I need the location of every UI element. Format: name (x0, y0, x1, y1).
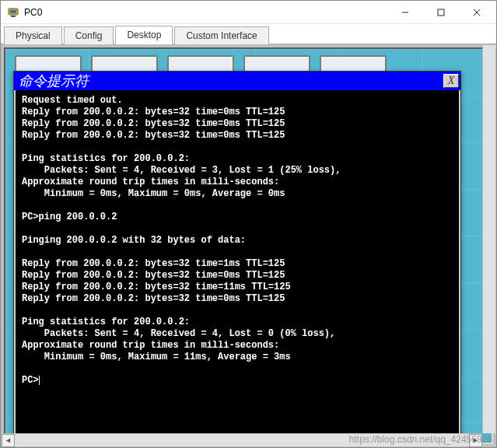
svg-rect-1 (10, 10, 16, 13)
tab-custom-interface[interactable]: Custom Interface (174, 26, 268, 44)
close-button[interactable] (459, 1, 495, 23)
maximize-button[interactable] (423, 1, 459, 23)
desktop-panel: 命令提示符 X Request timed out. Reply from 20… (1, 44, 496, 447)
tab-desktop[interactable]: Desktop (115, 26, 173, 44)
command-prompt-title: 命令提示符 (19, 72, 443, 90)
terminal-cursor (39, 376, 40, 385)
scroll-left-button[interactable]: ◄ (2, 434, 15, 447)
vertical-scrollbar[interactable] (482, 45, 495, 433)
command-prompt-close-button[interactable]: X (443, 74, 459, 88)
svg-rect-2 (11, 16, 16, 17)
titlebar: PC0 (1, 1, 496, 24)
command-prompt-window: 命令提示符 X Request timed out. Reply from 20… (13, 71, 461, 436)
app-window: PC0 Physical Config Desktop Custom Inter… (0, 0, 497, 448)
tab-bar: Physical Config Desktop Custom Interface (1, 24, 496, 44)
minimize-button[interactable] (387, 1, 423, 23)
terminal-text: Request timed out. Reply from 200.0.0.2:… (22, 95, 341, 362)
command-prompt-titlebar[interactable]: 命令提示符 X (14, 72, 460, 90)
desktop-background: 命令提示符 X Request timed out. Reply from 20… (4, 47, 493, 444)
terminal-prompt: PC> (22, 375, 39, 386)
svg-rect-4 (438, 9, 444, 16)
window-title: PC0 (24, 7, 42, 18)
tab-physical[interactable]: Physical (4, 26, 62, 44)
horizontal-scrollbar[interactable]: ◄ ► (2, 433, 482, 446)
scroll-right-button[interactable]: ► (469, 434, 482, 447)
tab-config[interactable]: Config (64, 26, 114, 44)
command-prompt-output[interactable]: Request timed out. Reply from 200.0.0.2:… (14, 90, 460, 436)
pc-icon (7, 6, 19, 19)
